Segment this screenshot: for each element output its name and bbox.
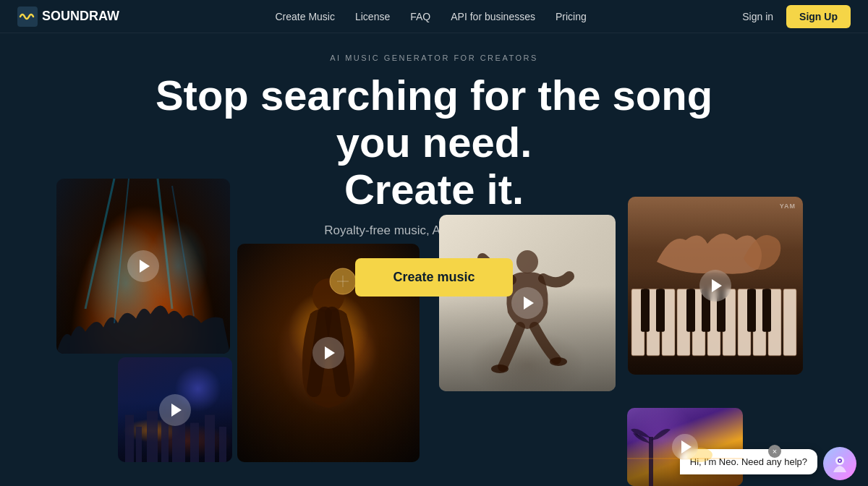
- play-button-concert[interactable]: [127, 250, 159, 282]
- svg-rect-11: [205, 415, 215, 462]
- city-skyline: [118, 399, 232, 462]
- chat-bubble: Hi, I'm Neo. Need any help?: [680, 449, 817, 474]
- svg-rect-25: [707, 289, 720, 356]
- play-button-city[interactable]: [159, 394, 191, 426]
- svg-rect-29: [768, 289, 781, 356]
- neo-avatar-icon: [830, 453, 850, 474]
- nav-create-music[interactable]: Create Music: [276, 11, 335, 22]
- svg-point-13: [312, 278, 344, 313]
- chatbot-widget: Hi, I'm Neo. Need any help? ×: [680, 447, 856, 480]
- svg-rect-9: [172, 407, 185, 462]
- piano-hands: [642, 204, 787, 291]
- logo[interactable]: SOUNDRAW: [17, 7, 119, 27]
- svg-rect-7: [147, 411, 158, 462]
- svg-rect-12: [219, 427, 226, 462]
- svg-rect-36: [747, 289, 756, 332]
- svg-point-19: [550, 357, 567, 366]
- nav-links: Create Music License FAQ API for busines…: [276, 10, 587, 23]
- nav-faq[interactable]: FAQ: [410, 11, 430, 22]
- svg-point-18: [491, 364, 509, 373]
- nav-pricing[interactable]: Pricing: [556, 11, 587, 22]
- hero-title-line1: Stop searching for the song you need.: [156, 72, 712, 166]
- svg-rect-21: [647, 289, 660, 356]
- hero-subheading: AI MUSIC GENERATOR FOR CREATORS: [330, 54, 538, 62]
- svg-rect-8: [161, 419, 169, 462]
- sign-in-link[interactable]: Sign in: [742, 11, 773, 22]
- logo-icon: [17, 7, 38, 27]
- dancer-silhouette: [439, 215, 616, 391]
- svg-point-43: [839, 460, 841, 461]
- sign-up-button[interactable]: Sign Up: [786, 5, 851, 28]
- svg-rect-28: [753, 289, 766, 356]
- svg-rect-30: [783, 289, 796, 356]
- images-area: YAM: [0, 168, 868, 486]
- svg-rect-33: [686, 289, 695, 332]
- image-card-dancer[interactable]: [439, 215, 616, 391]
- image-card-piano[interactable]: YAM: [628, 197, 803, 375]
- hero-title-line2: Create it.: [344, 166, 524, 213]
- chatbot-container: Hi, I'm Neo. Need any help? ×: [680, 449, 817, 480]
- hero-subtitle: Royalty-free music, AI generated for you: [324, 223, 543, 238]
- crowd-silhouette: [56, 266, 230, 354]
- svg-line-1: [85, 179, 114, 309]
- svg-rect-31: [641, 289, 650, 332]
- chat-avatar[interactable]: [823, 447, 856, 480]
- play-button-musician[interactable]: [312, 337, 344, 369]
- svg-rect-32: [656, 289, 665, 332]
- play-button-piano[interactable]: [699, 270, 731, 302]
- svg-point-14: [330, 268, 356, 294]
- svg-rect-35: [717, 289, 726, 332]
- image-card-city[interactable]: [118, 357, 232, 462]
- svg-rect-20: [631, 289, 644, 356]
- svg-rect-26: [723, 289, 736, 356]
- svg-rect-22: [662, 289, 675, 356]
- svg-rect-23: [677, 289, 690, 356]
- svg-rect-37: [762, 289, 771, 332]
- nav-api[interactable]: API for businesses: [451, 11, 535, 22]
- nav-right: Sign in Sign Up: [742, 5, 851, 28]
- svg-rect-34: [702, 289, 710, 332]
- svg-rect-38: [649, 437, 653, 486]
- hero-section: AI MUSIC GENERATOR FOR CREATORS Stop sea…: [0, 0, 868, 486]
- logo-text: SOUNDRAW: [42, 9, 119, 24]
- svg-rect-24: [692, 289, 705, 356]
- nav-license[interactable]: License: [355, 11, 390, 22]
- hero-title: Stop searching for the song you need. Cr…: [119, 72, 749, 213]
- create-music-button[interactable]: Create music: [355, 258, 512, 297]
- svg-rect-6: [136, 427, 142, 462]
- chat-close-button[interactable]: ×: [768, 445, 781, 458]
- piano-brand: YAM: [780, 202, 796, 210]
- svg-point-17: [516, 250, 538, 273]
- piano-keys: [628, 271, 803, 360]
- svg-rect-5: [125, 415, 134, 462]
- svg-rect-27: [738, 289, 751, 356]
- svg-rect-10: [190, 423, 199, 462]
- navbar: SOUNDRAW Create Music License FAQ API fo…: [0, 0, 868, 33]
- play-button-dancer[interactable]: [511, 287, 543, 319]
